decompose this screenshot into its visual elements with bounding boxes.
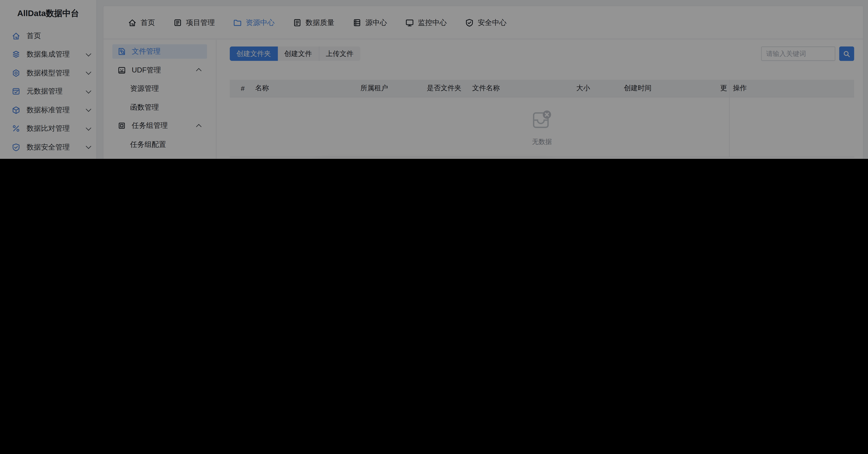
app-root: AllData数据中台 首页 数据集成管理 数据模型管理 元数据管理 数据标准管… bbox=[0, 0, 868, 159]
modal-overlay[interactable] bbox=[0, 0, 868, 159]
